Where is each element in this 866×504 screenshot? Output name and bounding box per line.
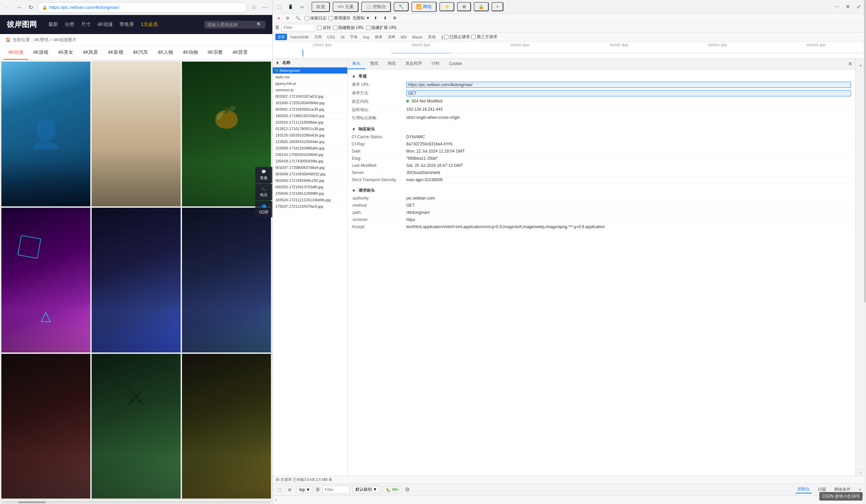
tab-4kgame[interactable]: 4K游戏 (28, 46, 53, 60)
console-filter-input[interactable] (322, 485, 350, 494)
console-inspect-btn[interactable]: ⬚ (275, 486, 283, 493)
tab-security[interactable]: 🔒 (474, 2, 489, 11)
search-box[interactable]: 🔍 (204, 21, 266, 28)
devtools-more[interactable]: ⋯ (832, 2, 842, 12)
scroll-track[interactable] (1, 501, 271, 503)
section-response-headers[interactable]: ▼ 响应标头 (352, 125, 851, 134)
detail-tab-preview[interactable]: 预览 (365, 59, 383, 69)
filter-search-button[interactable]: 🔍 (293, 15, 303, 21)
blocked-req-checkbox[interactable]: 已阻止请求 (444, 34, 470, 40)
type-css[interactable]: CSS (325, 34, 337, 40)
tab-4kpeople[interactable]: 4K人物 (153, 46, 178, 60)
type-doc[interactable]: 文档 (312, 34, 324, 40)
request-item-img15[interactable]: 000255-17214913753df6.jpg (273, 184, 347, 190)
disable-cache-checkbox[interactable]: 禁用缓存 (329, 15, 351, 21)
request-item-img16[interactable]: 235840-172149112098Bf.jpg (273, 190, 347, 197)
no-limit-checkbox[interactable]: 无限制 ▼ (352, 15, 370, 21)
devtools-expand[interactable]: ⤢ (854, 2, 863, 12)
back-button[interactable]: ← (3, 3, 12, 12)
forward-button[interactable]: → (14, 3, 24, 12)
image-cell-9[interactable] (182, 354, 271, 499)
hide-data-url-checkbox[interactable]: 隐藏数据 URL (333, 25, 364, 31)
record-button[interactable]: ● (275, 15, 282, 21)
tab-performance[interactable]: ⚡ (439, 2, 454, 11)
type-font[interactable]: 字体 (348, 34, 359, 40)
image-cell-4[interactable]: △ (1, 208, 90, 353)
request-item-img1[interactable]: 003307-1721493187a01f.jpg (273, 93, 347, 100)
hide-extension-url-checkbox[interactable]: 隐藏扩展 URL (366, 25, 397, 31)
tab-4kanime[interactable]: 4K动漫 (3, 46, 28, 60)
image-cell-1[interactable]: 👤 (1, 62, 90, 206)
nav-latest[interactable]: 最新 (48, 21, 58, 27)
invert-checkbox[interactable]: 反转 (317, 25, 331, 31)
search-input[interactable] (207, 22, 255, 27)
phone-mode-button[interactable]: 📱 (286, 4, 295, 10)
preserve-log-checkbox[interactable]: 保留日志 (305, 15, 326, 21)
nav-membership[interactable]: 1元会员 (141, 21, 158, 27)
request-item-img18[interactable]: 175037-1721123437fac6.jpg (273, 203, 347, 210)
type-all[interactable]: 全部 (275, 34, 287, 40)
detail-tab-cookie[interactable]: Cookie (444, 59, 467, 69)
tab-console[interactable]: ⬜ 控制台 (361, 2, 391, 12)
type-other[interactable]: 其他 (426, 34, 437, 40)
type-fetch-xhr[interactable]: Fetch/XHR (288, 34, 311, 40)
address-bar[interactable]: 🔒 https://pic.netbian.com/4kdongman/ (37, 2, 247, 13)
console-settings-icon[interactable]: ⚙ (405, 486, 410, 493)
image-cell-8[interactable]: ⚔ (92, 354, 181, 499)
tab-network[interactable]: 📶 网络 (411, 2, 436, 12)
request-item-img8[interactable]: 123825-169354310544de.jpg (273, 139, 347, 145)
star-button[interactable]: ☆ (249, 3, 259, 12)
console-tab-main[interactable]: 控制台 (796, 485, 812, 493)
type-ws[interactable]: WS (399, 34, 409, 40)
request-url-value[interactable]: https://pic.netbian.com/4kdongman/ (406, 82, 851, 88)
panel-button[interactable]: ▭ (298, 4, 306, 10)
float-customer-service[interactable]: 💬 客服 (255, 167, 272, 183)
more-button[interactable]: ⋯ (260, 3, 269, 12)
float-phone[interactable]: 📞 电话 (255, 184, 272, 200)
request-item-img13[interactable]: 003049-17214930049f232.jpg (273, 171, 347, 177)
tab-4kgirl[interactable]: 4K美女 (53, 46, 78, 60)
section-request-headers[interactable]: ▼ 请求标头 (352, 186, 851, 195)
request-item-img4[interactable]: 195203-171966192326e5.jpg (273, 113, 347, 119)
tab-add[interactable]: + (491, 2, 504, 11)
tab-application[interactable]: 🖥 (457, 2, 471, 11)
console-tab-add[interactable]: + (857, 486, 863, 493)
detail-tab-headers[interactable]: 标头 (348, 59, 365, 69)
request-item-main[interactable]: 4kdongman/ (273, 67, 347, 74)
inspect-button[interactable]: ⬚ (275, 4, 283, 10)
tab-4kreligion[interactable]: 4K宗教 (203, 46, 227, 60)
tab-4kbg[interactable]: 4K背景 (227, 46, 253, 60)
type-media[interactable]: 媒体 (373, 34, 385, 40)
third-party-checkbox[interactable]: 第三方请求 (471, 34, 497, 40)
type-js[interactable]: JS (338, 34, 347, 40)
nav-category[interactable]: 分类 (65, 21, 74, 27)
request-item-img9[interactable]: 233958-17181203986db0.jpg (273, 145, 347, 151)
request-item-img7[interactable]: 193120-1653910280e63e.jpg (273, 132, 347, 139)
upload-button[interactable]: ⬆ (372, 15, 379, 21)
request-item-style[interactable]: style.css (273, 74, 347, 80)
tab-elements[interactable]: </> 元素 (333, 2, 358, 12)
image-cell-2[interactable] (92, 62, 181, 206)
settings-gear[interactable]: ⚙ (391, 15, 399, 21)
import-button[interactable]: ⬇ (381, 15, 389, 21)
search-icon[interactable]: 🔍 (257, 22, 262, 27)
console-message-count[interactable]: 🐛 99+ (383, 486, 402, 493)
tab-welcome[interactable]: 欢迎 (311, 2, 330, 12)
detail-tab-timing[interactable]: 计时 (427, 59, 444, 69)
clear-button[interactable]: ⊘ (284, 15, 291, 21)
detail-tab-initiator[interactable]: 发起程序 (401, 59, 427, 69)
image-cell-5[interactable] (92, 208, 181, 353)
request-item-img10[interactable]: 235143-170559310380df.jpg (273, 151, 347, 158)
request-list[interactable]: 4kdongman/ style.css jquery.min.js commo… (273, 67, 347, 476)
request-item-img3[interactable]: 003941-1721493581ce39.jpg (273, 106, 347, 113)
request-item-img6[interactable]: 012812-17101780921c39.jpg (273, 126, 347, 132)
scroll-thumb[interactable] (19, 501, 46, 503)
request-item-img2[interactable]: 181400-1720520040866d.jpg (273, 100, 347, 106)
detail-close-button[interactable]: ✕ (845, 61, 855, 67)
detail-tab-response[interactable]: 响应 (383, 59, 401, 69)
devtools-close-x[interactable]: ✕ (843, 2, 852, 12)
request-item-img14[interactable]: 002456-1721492696c292.jpg (273, 177, 347, 184)
nav-ultrawide[interactable]: 带鱼屏 (120, 21, 134, 27)
nav-size[interactable]: 尺寸 (81, 21, 91, 27)
tab-4kscenery[interactable]: 4K风景 (78, 46, 103, 60)
